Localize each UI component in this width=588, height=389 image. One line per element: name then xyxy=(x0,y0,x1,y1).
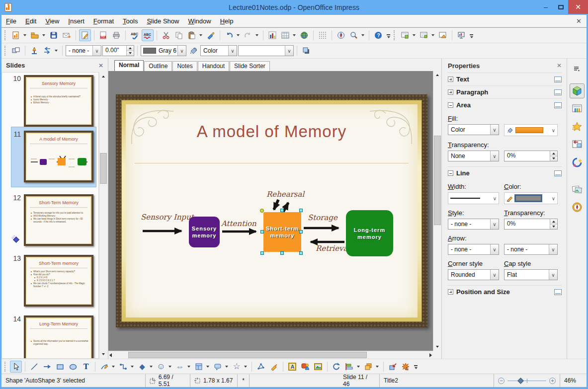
minimize-button[interactable]: – xyxy=(538,0,553,14)
arrow-end-select[interactable]: - none - ∨ xyxy=(504,244,558,255)
menu-view[interactable]: View xyxy=(41,15,64,27)
callouts-dropdown-arrow-icon[interactable] xyxy=(225,366,228,368)
rotate-button[interactable] xyxy=(331,361,342,373)
area-fill-type-select[interactable]: Color ∨ xyxy=(448,124,499,135)
save-button[interactable] xyxy=(48,29,60,41)
area-dialog-launcher-icon[interactable] xyxy=(554,102,562,108)
arrow-tool-button[interactable] xyxy=(41,361,53,373)
insert-picture-button[interactable] xyxy=(312,361,324,373)
toolbar-grip[interactable] xyxy=(4,46,7,56)
block-arrows-button[interactable]: ⇔ xyxy=(174,361,186,373)
label-attention[interactable]: Attention xyxy=(221,219,256,228)
arrange-dropdown-arrow-icon[interactable] xyxy=(376,366,379,368)
fill-color-dropdown-icon[interactable]: ∨ xyxy=(552,128,555,133)
properties-close-icon[interactable]: ✕ xyxy=(557,62,562,69)
line-color-dropdown-icon[interactable]: ∨ xyxy=(552,196,555,201)
slide-11-thumbnail[interactable]: A model of Memory xyxy=(24,131,93,182)
line-color-dropdown-icon[interactable]: ∨ xyxy=(177,46,186,56)
line-color-select[interactable]: Gray 6 ∨ xyxy=(141,45,186,56)
scroll-left-icon[interactable] xyxy=(109,353,112,357)
dropdown-icon[interactable]: ∨ xyxy=(549,244,557,254)
tab-outline[interactable]: Outline xyxy=(144,61,172,71)
insert-table-button[interactable] xyxy=(279,29,291,41)
tab-handout[interactable]: Handout xyxy=(198,61,229,71)
text-tool-button[interactable]: T xyxy=(80,361,92,373)
fill-value-select[interactable]: ∨ xyxy=(238,45,294,56)
fill-style-button[interactable] xyxy=(187,45,199,57)
line-width-up-icon[interactable] xyxy=(127,46,134,51)
new-document-button[interactable] xyxy=(10,29,22,41)
collapse-icon[interactable] xyxy=(448,102,453,108)
label-rehearsal[interactable]: Rehearsal xyxy=(266,190,304,199)
menu-tools[interactable]: Tools xyxy=(118,15,142,27)
tab-normal[interactable]: Normal xyxy=(114,60,144,71)
copy-button[interactable] xyxy=(173,29,185,41)
undo-button[interactable] xyxy=(223,29,235,41)
spellcheck-button[interactable]: ABC xyxy=(129,29,141,41)
slide-13-thumbnail[interactable]: Short-Term memory What's your Short-term… xyxy=(24,255,93,307)
animation-effects-button[interactable] xyxy=(400,361,412,373)
paste-dropdown-arrow-icon[interactable] xyxy=(199,34,202,36)
sidebar-tab-styles[interactable] xyxy=(570,155,585,170)
slides-scrollbar-thumb[interactable] xyxy=(100,153,107,184)
zoom-button[interactable] xyxy=(348,29,360,41)
zoom-out-button[interactable]: − xyxy=(498,378,504,384)
toolbar-overflow-icon[interactable] xyxy=(386,34,391,41)
selection-handle-rotate[interactable] xyxy=(260,209,264,213)
sidebar-tab-properties[interactable] xyxy=(570,83,585,98)
selection-handle-bottom[interactable] xyxy=(280,251,284,255)
section-line[interactable]: Line xyxy=(448,166,562,179)
status-position[interactable]: 6.69 / 5.51 xyxy=(146,374,190,387)
box-short-term-memory[interactable]: Short-term memory xyxy=(263,212,301,252)
shadow-button[interactable] xyxy=(300,45,312,57)
dropdown-icon[interactable]: ∨ xyxy=(490,219,499,229)
arrange-button[interactable] xyxy=(362,361,374,373)
line-style-select[interactable]: - none - ∨ xyxy=(66,45,101,56)
flowchart-button[interactable] xyxy=(193,361,205,373)
dropdown-icon[interactable]: ∨ xyxy=(490,125,499,135)
toolbar-grip[interactable] xyxy=(394,30,396,40)
menu-help[interactable]: Help xyxy=(216,15,238,27)
menu-insert[interactable]: Insert xyxy=(64,15,89,27)
area-transparency-type-select[interactable]: None ∨ xyxy=(448,151,499,161)
new-slide-button[interactable] xyxy=(399,29,411,41)
area-fill-color-picker[interactable]: ∨ xyxy=(504,124,558,136)
horizontal-scrollbar-thumb[interactable] xyxy=(128,352,367,358)
connector-tool-button[interactable] xyxy=(117,361,129,373)
format-paintbrush-button[interactable] xyxy=(205,29,217,41)
open-dropdown-arrow-icon[interactable] xyxy=(42,34,45,36)
line-dialog-launcher-icon[interactable] xyxy=(554,170,562,176)
symbol-shapes-button[interactable]: ☺ xyxy=(155,361,167,373)
toolbar-overflow-icon[interactable] xyxy=(414,365,418,372)
menu-slideshow[interactable]: Slide Show xyxy=(142,15,183,27)
menu-edit[interactable]: Edit xyxy=(21,15,41,27)
new-slide-dropdown-arrow-icon[interactable] xyxy=(413,34,416,36)
alignment-button[interactable] xyxy=(343,361,355,373)
zoom-slider-thumb[interactable] xyxy=(517,378,524,384)
insert-chart-button[interactable] xyxy=(266,29,278,41)
sidebar-tab-master-pages[interactable] xyxy=(570,101,585,116)
dropdown-icon[interactable]: ∨ xyxy=(490,270,499,280)
new-dropdown-arrow-icon[interactable] xyxy=(23,34,26,36)
print-button[interactable] xyxy=(110,29,122,41)
position-size-button[interactable] xyxy=(10,45,22,57)
line-color-picker[interactable]: ∨ xyxy=(504,192,558,204)
line-width-spinner[interactable]: 0.00" xyxy=(102,45,134,56)
status-size[interactable]: 1.78 x 1.67 xyxy=(190,374,238,387)
callouts-button[interactable] xyxy=(212,361,224,373)
spin-down-icon[interactable] xyxy=(550,225,557,230)
selection-handle-bottom-left[interactable] xyxy=(260,251,264,255)
insert-shapes-button[interactable] xyxy=(299,361,311,373)
line-width-down-icon[interactable] xyxy=(127,51,134,56)
undo-dropdown-arrow-icon[interactable] xyxy=(237,34,240,36)
selection-handle-left[interactable] xyxy=(260,230,264,233)
zoom-slider-track[interactable] xyxy=(507,378,546,384)
spin-down-icon[interactable] xyxy=(550,156,557,161)
line-transparency-spinner[interactable]: 0% xyxy=(504,219,558,230)
line-width-dropdown-icon[interactable]: ∨ xyxy=(493,196,497,201)
cap-style-select[interactable]: Flat ∨ xyxy=(504,269,558,280)
position-dialog-launcher-icon[interactable] xyxy=(554,289,562,295)
tab-notes[interactable]: Notes xyxy=(172,61,197,71)
navigator-button[interactable] xyxy=(335,29,347,41)
selection-handle-top[interactable] xyxy=(280,209,284,212)
